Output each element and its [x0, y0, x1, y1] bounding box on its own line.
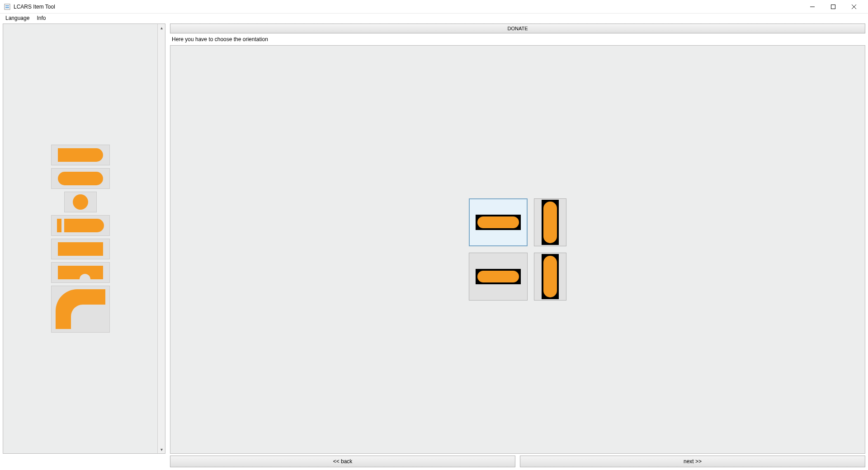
- minimize-button[interactable]: [802, 0, 823, 14]
- svg-rect-6: [57, 219, 61, 232]
- orientation-vertical-1[interactable]: [534, 198, 566, 246]
- shape-rounded-right-bar[interactable]: [51, 145, 110, 165]
- svg-rect-7: [58, 242, 103, 256]
- shape-rectangle-bar[interactable]: [51, 239, 110, 259]
- svg-point-5: [73, 194, 88, 210]
- orientation-canvas: [170, 45, 865, 454]
- next-button[interactable]: next >>: [520, 456, 865, 467]
- orientation-vertical-2[interactable]: [534, 253, 566, 301]
- shape-elbow-curve[interactable]: [51, 286, 110, 333]
- window-title: LCARS Item Tool: [14, 4, 55, 10]
- maximize-button[interactable]: [823, 0, 844, 14]
- svg-rect-13: [477, 271, 519, 282]
- titlebar: LCARS Item Tool: [0, 0, 868, 14]
- menu-language[interactable]: Language: [2, 14, 33, 22]
- svg-rect-11: [543, 202, 557, 243]
- svg-rect-15: [543, 256, 557, 297]
- app-icon: [4, 3, 11, 10]
- donate-button[interactable]: DONATE: [170, 24, 865, 33]
- menu-info[interactable]: Info: [33, 14, 49, 22]
- close-button[interactable]: [844, 0, 864, 14]
- shape-split-bar[interactable]: [51, 215, 110, 236]
- instruction-label: Here you have to choose the orientation: [170, 33, 865, 45]
- svg-rect-9: [477, 216, 519, 228]
- svg-rect-4: [58, 172, 103, 185]
- shape-notched-bar[interactable]: [51, 262, 110, 283]
- scroll-up-icon[interactable]: ▴: [158, 24, 165, 32]
- shape-circle[interactable]: [64, 192, 97, 212]
- svg-rect-3: [831, 5, 835, 9]
- shape-pill-bar[interactable]: [51, 168, 110, 189]
- scroll-down-icon[interactable]: ▾: [158, 446, 165, 453]
- sidebar-scrollbar[interactable]: ▴ ▾: [157, 24, 165, 453]
- sidebar: ▴ ▾: [3, 24, 165, 454]
- svg-rect-0: [5, 4, 10, 9]
- orientation-horizontal-1[interactable]: [469, 198, 528, 246]
- svg-rect-2: [5, 7, 9, 8]
- back-button[interactable]: << back: [170, 456, 515, 467]
- menubar: Language Info: [0, 14, 868, 23]
- orientation-horizontal-2[interactable]: [469, 253, 528, 301]
- svg-rect-1: [5, 5, 9, 6]
